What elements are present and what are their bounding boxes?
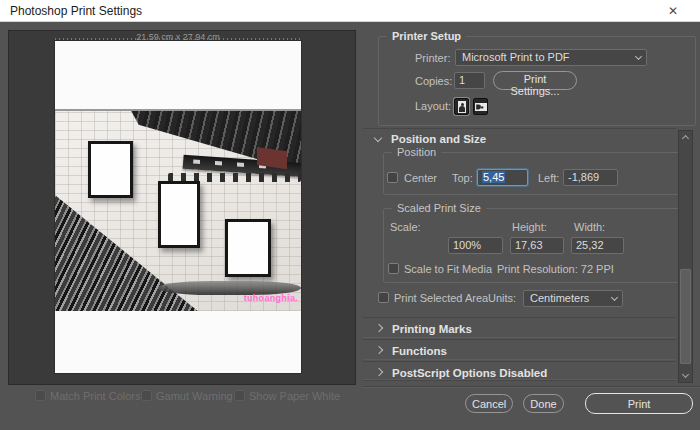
window-title: Photoshop Print Settings — [10, 4, 142, 18]
chevron-right-icon — [375, 324, 383, 332]
printer-label: Printer: — [415, 52, 450, 64]
top-input[interactable]: 5,45 — [477, 169, 528, 186]
print-selected-area-label: Print Selected Area — [394, 292, 488, 304]
section-divider — [363, 128, 676, 129]
chevron-right-icon — [375, 368, 383, 376]
top-value: 5,45 — [482, 171, 505, 183]
scaled-print-size-legend: Scaled Print Size — [392, 202, 486, 214]
chevron-right-icon — [375, 346, 383, 354]
center-label: Center — [404, 172, 437, 184]
print-selected-area-checkbox[interactable] — [378, 292, 389, 303]
height-label: Height: — [512, 221, 547, 233]
top-label: Top: — [452, 172, 473, 184]
width-input[interactable]: 25,32 — [571, 237, 624, 254]
landscape-orientation-icon[interactable] — [473, 98, 488, 115]
center-checkbox[interactable] — [387, 172, 398, 183]
height-input[interactable]: 17,63 — [510, 237, 564, 254]
print-image-preview[interactable]: tuhoanghia. — [55, 109, 301, 311]
photo-poster-frame-1 — [88, 141, 133, 198]
width-value: 25,32 — [576, 239, 604, 251]
match-print-colors-label: Match Print Colors — [50, 390, 140, 402]
chevron-down-icon — [611, 294, 618, 301]
scale-value: 100% — [453, 239, 481, 251]
units-label: Units: — [488, 292, 516, 304]
left-value: -1,869 — [568, 171, 599, 183]
printer-select[interactable]: Microsoft Print to PDF — [455, 49, 647, 66]
copies-value: 1 — [459, 74, 465, 86]
units-selected-value: Centimeters — [530, 292, 589, 304]
photo-beam-lights — [193, 160, 267, 169]
scale-to-fit-media-label: Scale to Fit Media — [404, 263, 492, 275]
match-print-colors-checkbox — [35, 390, 46, 401]
print-settings-button[interactable]: Print Settings... — [493, 71, 577, 90]
close-icon[interactable]: ✕ — [668, 3, 678, 19]
printing-marks-header: Printing Marks — [392, 323, 472, 335]
section-postscript-options[interactable]: PostScript Options Disabled — [363, 361, 676, 381]
photoshop-print-settings-dialog: Photoshop Print Settings ✕ 21.59 cm x 27… — [0, 0, 700, 430]
position-and-size-header[interactable]: Position and Size — [391, 133, 486, 145]
left-input[interactable]: -1,869 — [563, 169, 618, 186]
photo-poster-frame-2 — [158, 181, 200, 248]
cancel-button[interactable]: Cancel — [465, 394, 513, 413]
gamut-warning-label: Gamut Warning — [156, 390, 233, 402]
units-select[interactable]: Centimeters — [523, 290, 623, 307]
paper-preview: tuhoanghia. — [55, 41, 301, 373]
scale-label: Scale: — [390, 221, 421, 233]
copies-input[interactable]: 1 — [454, 72, 485, 89]
print-button[interactable]: Print — [585, 393, 693, 414]
width-label: Width: — [574, 221, 605, 233]
right-panel-scrollbar[interactable] — [678, 130, 693, 383]
section-functions[interactable]: Functions — [363, 339, 676, 360]
footer-divider — [363, 386, 700, 387]
photo-poster-frame-3 — [225, 219, 271, 277]
position-legend: Position — [392, 146, 441, 158]
printer-selected-value: Microsoft Print to PDF — [462, 51, 570, 63]
copies-label: Copies: — [415, 75, 452, 87]
layout-label: Layout: — [415, 100, 451, 112]
postscript-options-header: PostScript Options Disabled — [392, 367, 547, 379]
show-paper-white-checkbox — [234, 390, 245, 401]
photo-watermark: tuhoanghia. — [244, 293, 298, 303]
chevron-up-icon[interactable] — [682, 135, 689, 142]
scale-input[interactable]: 100% — [448, 237, 503, 254]
chevron-down-icon — [635, 53, 642, 60]
printer-setup-legend: Printer Setup — [387, 30, 466, 42]
scale-to-fit-media-checkbox[interactable] — [388, 263, 399, 274]
section-printing-marks[interactable]: Printing Marks — [363, 317, 676, 338]
gamut-warning-checkbox — [141, 390, 152, 401]
height-value: 17,63 — [515, 239, 543, 251]
functions-header: Functions — [392, 345, 447, 357]
done-button[interactable]: Done — [523, 394, 564, 413]
chevron-down-icon[interactable] — [374, 134, 382, 142]
left-label: Left: — [538, 172, 559, 184]
scrollbar-thumb[interactable] — [680, 269, 691, 364]
show-paper-white-label: Show Paper White — [249, 390, 340, 402]
chevron-down-icon[interactable] — [682, 371, 689, 378]
titlebar: Photoshop Print Settings ✕ — [0, 0, 700, 22]
print-preview-area: 21.59 cm x 27.94 cm tuhoanghia. — [8, 30, 356, 385]
portrait-orientation-icon[interactable] — [454, 98, 469, 115]
print-resolution-text: Print Resolution: 72 PPI — [497, 263, 614, 275]
